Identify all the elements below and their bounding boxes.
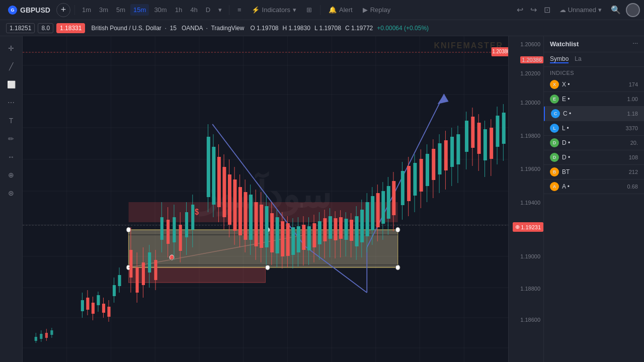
tf-1m[interactable]: 1m xyxy=(79,4,94,16)
svg-rect-188 xyxy=(490,128,493,159)
separator-1 xyxy=(74,5,75,15)
svg-text:1.20386: 1.20386 xyxy=(492,48,508,54)
fullscreen-button[interactable]: ⊡ xyxy=(542,3,552,17)
svg-rect-70 xyxy=(142,262,145,285)
svg-rect-144 xyxy=(355,216,359,246)
watchlist-item-6[interactable]: B BT 212 xyxy=(544,165,644,179)
svg-rect-166 xyxy=(420,159,423,192)
watchlist-header: Watchlist ⋯ xyxy=(544,36,644,52)
watchlist-item-2[interactable]: C C • 1.18 xyxy=(544,107,644,121)
svg-rect-186 xyxy=(484,129,487,160)
crosshair-tool[interactable]: ✛ xyxy=(3,40,19,56)
tf-1h[interactable]: 1h xyxy=(172,4,185,16)
left-toolbar: ✛ ╱ ⬜ ⋯ T ✏ ↔ ⊕ ⊛ xyxy=(0,36,23,362)
tf-more[interactable]: ▾ xyxy=(215,4,225,16)
svg-rect-172 xyxy=(438,143,442,174)
tf-4h[interactable]: 4h xyxy=(187,4,200,16)
svg-rect-192 xyxy=(502,113,506,144)
price-change: +0.00064 (+0.05%) xyxy=(377,25,429,32)
measure-tool[interactable]: ↔ xyxy=(3,149,19,165)
undo-button[interactable]: ↩ xyxy=(515,3,525,17)
low-label: L 1.19708 xyxy=(314,25,341,32)
item-value-4: 20. xyxy=(630,140,638,146)
open-label: O 1.19708 xyxy=(250,25,278,32)
redo-button[interactable]: ↪ xyxy=(528,3,539,17)
symbol-button[interactable]: G GBPUSD xyxy=(4,4,54,17)
cloud-icon: ☁ xyxy=(559,6,566,14)
templates-icon: ⊞ xyxy=(306,6,312,14)
alert-icon: 🔔 xyxy=(329,6,337,14)
chart-type-button[interactable]: ≡ xyxy=(233,4,246,16)
add-symbol-button[interactable]: + xyxy=(56,3,70,17)
watchlist-more[interactable]: ⋯ xyxy=(632,41,638,47)
tf-30m[interactable]: 30m xyxy=(151,4,170,16)
svg-rect-190 xyxy=(496,116,499,147)
fib-tool[interactable]: ⋯ xyxy=(3,95,19,111)
item-value-6: 212 xyxy=(629,169,638,175)
item-info-0: X • xyxy=(562,81,626,88)
current-price-badge: ⊕ 1.19231 xyxy=(513,222,543,232)
user-avatar[interactable] xyxy=(626,3,640,17)
watchlist-item-1[interactable]: E E • 1.00 xyxy=(544,92,644,107)
svg-rect-114 xyxy=(276,217,279,253)
item-value-3: 3370 xyxy=(626,125,638,131)
tf-d[interactable]: D xyxy=(203,4,213,16)
svg-point-24 xyxy=(126,227,131,232)
svg-point-28 xyxy=(266,265,270,270)
alert-button[interactable]: 🔔 Alert xyxy=(325,4,357,16)
tf-5m[interactable]: 5m xyxy=(113,4,128,16)
layout-button[interactable]: ☁ Unnamed ▾ xyxy=(555,4,606,16)
svg-rect-84 xyxy=(185,212,188,237)
shapes-tool[interactable]: ⬜ xyxy=(3,76,19,93)
brush-tool[interactable]: ✏ xyxy=(3,131,19,147)
main-layout: ✛ ╱ ⬜ ⋯ T ✏ ↔ ⊕ ⊛ سودآموز KNIFEMASTER xyxy=(0,36,644,362)
watchlist-item-7[interactable]: A A • 0.68 xyxy=(544,179,644,194)
svg-rect-62 xyxy=(113,285,116,296)
watchlist-item-4[interactable]: D D • 20. xyxy=(544,136,644,150)
item-icon-2: C xyxy=(551,109,560,118)
item-icon-0: X xyxy=(550,80,559,89)
svg-rect-130 xyxy=(318,221,321,244)
tf-15m[interactable]: 15m xyxy=(130,4,149,16)
svg-rect-102 xyxy=(244,192,248,240)
svg-rect-148 xyxy=(366,202,369,236)
watchlist-item-0[interactable]: X X • 174 xyxy=(544,77,644,92)
text-tool[interactable]: T xyxy=(3,113,19,129)
zoom-tool[interactable]: ⊕ xyxy=(3,167,19,183)
templates-button[interactable]: ⊞ xyxy=(302,4,316,16)
svg-rect-134 xyxy=(329,216,332,239)
svg-rect-170 xyxy=(432,149,435,180)
search-button[interactable]: 🔍 xyxy=(609,3,623,17)
svg-rect-82 xyxy=(179,225,182,251)
svg-rect-76 xyxy=(160,217,164,240)
replay-button[interactable]: ▶ Replay xyxy=(359,4,394,16)
price-box-1: 1.18251 xyxy=(6,23,35,33)
svg-rect-50 xyxy=(81,300,84,311)
tf-3m[interactable]: 3m xyxy=(96,4,111,16)
svg-rect-124 xyxy=(302,225,305,250)
svg-rect-66 xyxy=(129,250,132,278)
magnet-tool[interactable]: ⊛ xyxy=(3,185,19,201)
chart-area[interactable]: سودآموز KNIFEMASTER xyxy=(23,36,508,362)
watchlist-item-3[interactable]: L L • 3370 xyxy=(544,121,644,136)
info-bar: 1.18251 8.0 1.18331 British Pound / U.S.… xyxy=(0,20,644,36)
separator-2 xyxy=(229,5,229,15)
svg-rect-86 xyxy=(191,205,194,230)
svg-line-33 xyxy=(212,124,305,246)
line-tool[interactable]: ╱ xyxy=(3,58,19,74)
tab-layout[interactable]: La xyxy=(575,55,581,63)
svg-rect-100 xyxy=(238,187,242,235)
svg-rect-80 xyxy=(173,217,176,242)
tab-symbol[interactable]: Symbo xyxy=(550,55,569,63)
svg-rect-152 xyxy=(376,193,380,227)
svg-rect-158 xyxy=(392,181,395,215)
item-info-2: C • xyxy=(563,110,624,117)
watchlist-item-5[interactable]: D D • 108 xyxy=(544,150,644,165)
indicators-button[interactable]: ⚡ Indicators ▾ xyxy=(248,4,300,16)
svg-rect-112 xyxy=(270,213,274,252)
item-value-7: 0.68 xyxy=(627,184,638,190)
svg-rect-96 xyxy=(228,174,231,225)
svg-rect-146 xyxy=(360,210,364,242)
svg-rect-164 xyxy=(413,163,417,196)
high-label: H 1.19830 xyxy=(283,25,310,32)
